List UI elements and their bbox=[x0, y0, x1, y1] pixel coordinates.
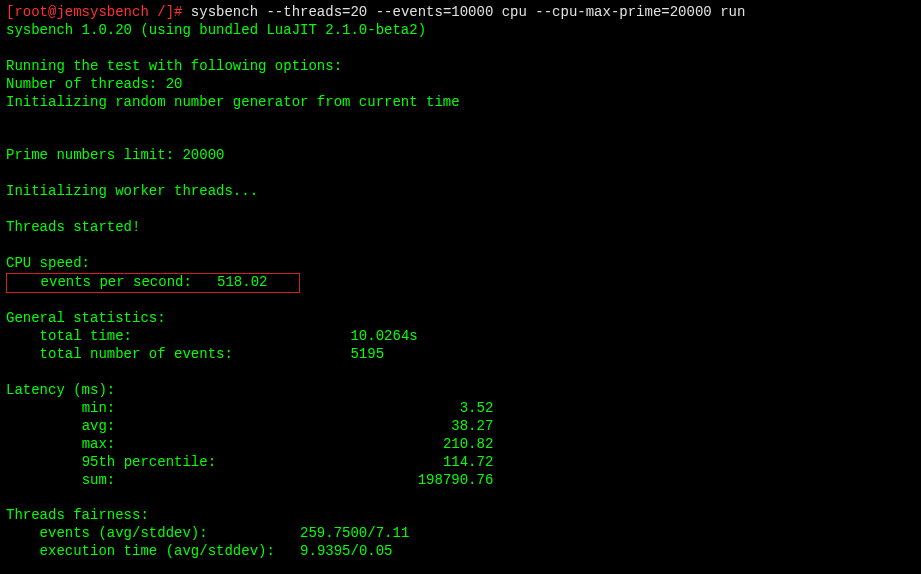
latency-avg-value: 38.27 bbox=[451, 418, 493, 434]
eps-value: 518.02 bbox=[217, 274, 267, 290]
prime-line: Prime numbers limit: 20000 bbox=[6, 147, 915, 165]
total-time-row: total time: 10.0264s bbox=[6, 328, 915, 346]
fairness-events-label: events (avg/stddev): bbox=[40, 525, 208, 541]
fairness-header: Threads fairness: bbox=[6, 507, 915, 525]
latency-p95-row: 95th percentile: 114.72 bbox=[6, 454, 915, 472]
fairness-events-value: 259.7500/7.11 bbox=[300, 525, 409, 541]
blank-line bbox=[6, 165, 915, 183]
blank-line bbox=[6, 201, 915, 219]
latency-max-value: 210.82 bbox=[443, 436, 493, 452]
blank-line bbox=[6, 237, 915, 255]
rng-line: Initializing random number generator fro… bbox=[6, 94, 915, 112]
latency-min-row: min: 3.52 bbox=[6, 400, 915, 418]
blank-line bbox=[6, 364, 915, 382]
blank-line bbox=[6, 489, 915, 507]
blank-line bbox=[6, 293, 915, 311]
blank-line bbox=[6, 40, 915, 58]
total-time-label: total time: bbox=[40, 328, 132, 344]
latency-max-row: max: 210.82 bbox=[6, 436, 915, 454]
command-text: sysbench --threads=20 --events=10000 cpu… bbox=[191, 4, 746, 20]
blank-line bbox=[6, 561, 915, 574]
threads-started-line: Threads started! bbox=[6, 219, 915, 237]
terminal-window[interactable]: [root@jemsysbench /]# sysbench --threads… bbox=[0, 0, 921, 574]
events-per-second-row: events per second: 518.02 bbox=[6, 273, 915, 293]
total-events-label: total number of events: bbox=[40, 346, 233, 362]
latency-sum-label: sum: bbox=[82, 472, 116, 488]
latency-sum-value: 198790.76 bbox=[418, 472, 494, 488]
fairness-exec-row: execution time (avg/stddev): 9.9395/0.05 bbox=[6, 543, 915, 561]
total-events-row: total number of events: 5195 bbox=[6, 346, 915, 364]
highlight-box: events per second: 518.02 bbox=[6, 273, 300, 293]
latency-min-value: 3.52 bbox=[460, 400, 494, 416]
prompt-user-host: [root@jemsysbench /]# bbox=[6, 4, 182, 20]
eps-label: events per second: bbox=[41, 274, 192, 290]
fairness-exec-value: 9.9395/0.05 bbox=[300, 543, 392, 559]
fairness-events-row: events (avg/stddev): 259.7500/7.11 bbox=[6, 525, 915, 543]
threads-line: Number of threads: 20 bbox=[6, 76, 915, 94]
latency-sum-row: sum: 198790.76 bbox=[6, 472, 915, 490]
latency-avg-row: avg: 38.27 bbox=[6, 418, 915, 436]
fairness-exec-label: execution time (avg/stddev): bbox=[40, 543, 275, 559]
total-events-value: 5195 bbox=[350, 346, 384, 362]
latency-max-label: max: bbox=[82, 436, 116, 452]
latency-min-label: min: bbox=[82, 400, 116, 416]
blank-line bbox=[6, 129, 915, 147]
latency-p95-label: 95th percentile: bbox=[82, 454, 216, 470]
init-workers-line: Initializing worker threads... bbox=[6, 183, 915, 201]
general-stats-header: General statistics: bbox=[6, 310, 915, 328]
latency-avg-label: avg: bbox=[82, 418, 116, 434]
blank-line bbox=[6, 111, 915, 129]
options-header: Running the test with following options: bbox=[6, 58, 915, 76]
total-time-value: 10.0264s bbox=[350, 328, 417, 344]
version-line: sysbench 1.0.20 (using bundled LuaJIT 2.… bbox=[6, 22, 915, 40]
cpu-speed-header: CPU speed: bbox=[6, 255, 915, 273]
latency-p95-value: 114.72 bbox=[443, 454, 493, 470]
latency-header: Latency (ms): bbox=[6, 382, 915, 400]
prompt-line: [root@jemsysbench /]# sysbench --threads… bbox=[6, 4, 915, 22]
